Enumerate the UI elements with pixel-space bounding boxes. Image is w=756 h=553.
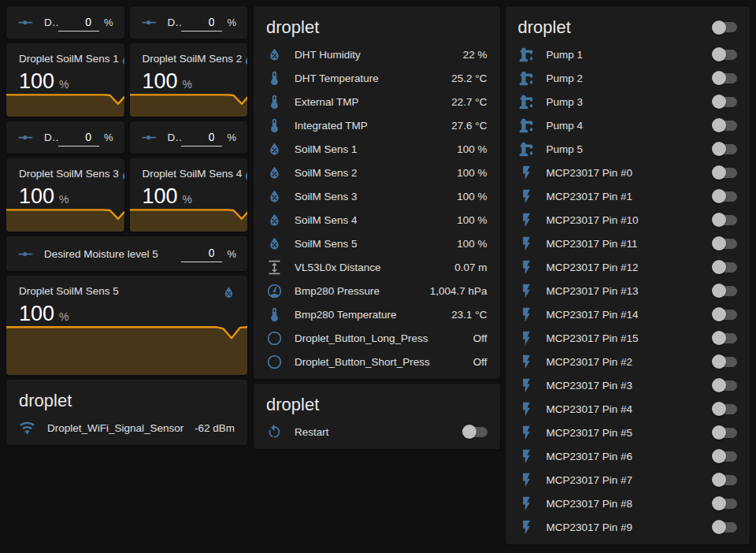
entity-row[interactable]: MCP23017 Pin #2	[506, 350, 750, 373]
entity-row[interactable]: VL53L0x Distance 0.07 m	[254, 255, 500, 279]
entity-toggle[interactable]	[713, 475, 737, 485]
toggle-knob	[712, 402, 726, 416]
entity-row[interactable]: Bmp280 Pressure 1,004.7 hPa	[254, 279, 500, 302]
sensor-card-soilm-4[interactable]: Droplet SoilM Sens 4 100%	[130, 158, 248, 232]
entity-row[interactable]: MCP23017 Pin #0	[506, 161, 750, 184]
entity-value: 22.7 °C	[451, 96, 487, 108]
entity-row[interactable]: SoilM Sens 3 100 %	[254, 184, 500, 208]
entity-toggle[interactable]	[713, 121, 737, 131]
sensor-row-2: Droplet SoilM Sens 3 100% Droplet SoilM …	[6, 158, 247, 232]
entity-toggle[interactable]	[713, 97, 737, 107]
entity-row[interactable]: MCP23017 Pin #1	[506, 184, 750, 208]
toggle-knob	[712, 520, 726, 534]
entity-toggle[interactable]	[713, 239, 737, 249]
input-unit: %	[227, 17, 236, 28]
desired-moisture-input-2[interactable]	[181, 14, 222, 32]
entity-row[interactable]: MCP23017 Pin #8	[506, 492, 750, 515]
sensor-card-soilm-5[interactable]: Droplet SoilM Sens 5 100%	[6, 276, 247, 375]
entity-row[interactable]: SoilM Sens 5 100 %	[254, 232, 500, 255]
entity-toggle[interactable]	[713, 499, 737, 509]
entity-toggle[interactable]	[713, 262, 737, 273]
entity-row[interactable]: MCP23017 Pin #14	[506, 302, 750, 326]
entity-toggle[interactable]	[713, 50, 737, 60]
entity-label: Pump 5	[547, 143, 705, 155]
entity-toggle[interactable]	[713, 451, 737, 462]
entity-row[interactable]: Droplet_Button_Long_Press Off	[254, 326, 500, 350]
header-toggle-all[interactable]	[713, 22, 737, 32]
entity-label: MCP23017 Pin #1	[547, 191, 705, 202]
entity-row[interactable]: MCP23017 Pin #7	[506, 468, 750, 492]
entity-row[interactable]: MCP23017 Pin #3	[506, 373, 750, 397]
entity-toggle[interactable]	[713, 215, 737, 225]
desired-moisture-input-1[interactable]	[58, 14, 99, 32]
entity-row[interactable]: MCP23017 Pin #9	[506, 515, 750, 539]
entity-value: Off	[473, 332, 487, 344]
entity-row[interactable]: SoilM Sens 4 100 %	[254, 208, 500, 232]
entity-toggle[interactable]	[713, 404, 737, 414]
entity-toggle[interactable]	[464, 427, 487, 437]
entity-row[interactable]: MCP23017 Pin #4	[506, 397, 750, 421]
flash-icon	[518, 330, 535, 347]
entity-row[interactable]: Pump 4	[506, 113, 750, 137]
desired-moisture-input-4[interactable]	[181, 129, 222, 147]
entity-row[interactable]: MCP23017 Pin #10	[506, 208, 750, 232]
sensor-card-soilm-1[interactable]: Droplet SoilM Sens 1 100%	[6, 43, 124, 117]
entity-toggle[interactable]	[713, 73, 737, 84]
entity-row[interactable]: Droplet_Button_Short_Press Off	[254, 350, 500, 373]
ray-vertex-icon	[17, 14, 34, 31]
entity-toggle[interactable]	[713, 144, 737, 154]
input-label: Desired ...	[168, 17, 182, 28]
entity-row[interactable]: Droplet_WiFi_Signal_Sensor -62 dBm	[6, 416, 247, 440]
sensor-value: 100	[19, 302, 54, 325]
entity-toggle[interactable]	[713, 357, 737, 367]
entity-toggle[interactable]	[713, 191, 737, 202]
entity-toggle[interactable]	[713, 286, 737, 296]
entity-row[interactable]: MCP23017 Pin #13	[506, 279, 750, 302]
sensor-unit: %	[183, 78, 192, 91]
entity-row[interactable]: SoilM Sens 1 100 %	[254, 137, 500, 161]
entity-row[interactable]: DHT Temperature 25.2 °C	[254, 66, 500, 90]
entity-toggle[interactable]	[713, 428, 737, 438]
entity-label: MCP23017 Pin #11	[547, 238, 705, 250]
entity-row[interactable]: DHT Humidity 22 %	[254, 43, 500, 66]
entity-label: MCP23017 Pin #10	[547, 214, 705, 226]
sensor-card-soilm-3[interactable]: Droplet SoilM Sens 3 100%	[6, 158, 124, 232]
entity-toggle[interactable]	[713, 168, 737, 178]
flash-icon	[518, 401, 535, 418]
toggle-knob	[712, 213, 726, 227]
input-unit: %	[104, 17, 113, 28]
gauge-icon	[266, 283, 283, 299]
entity-toggle[interactable]	[713, 333, 737, 343]
entity-row[interactable]: Restart	[254, 420, 500, 444]
entity-row[interactable]: Pump 1	[506, 43, 750, 66]
entity-row[interactable]: MCP23017 Pin #6	[506, 444, 750, 468]
input-number-card-5: Desired Moisture level 5 %	[6, 236, 247, 271]
desired-moisture-input-5[interactable]	[181, 245, 222, 262]
entity-row[interactable]: MCP23017 Pin #11	[506, 232, 750, 255]
entity-value: Off	[473, 356, 487, 368]
sensor-card-soilm-2[interactable]: Droplet SoilM Sens 2 100%	[130, 43, 248, 117]
entity-row[interactable]: Pump 5	[506, 137, 750, 161]
entity-row[interactable]: Pump 3	[506, 90, 750, 113]
entity-row[interactable]: MCP23017 Pin #15	[506, 326, 750, 350]
card-title: droplet	[254, 384, 500, 420]
entity-row[interactable]: Integrated TMP 27.6 °C	[254, 113, 500, 137]
entity-toggle[interactable]	[713, 380, 737, 391]
entity-row[interactable]: Bmp280 Temperature 23.1 °C	[254, 302, 500, 326]
toggle-knob	[712, 20, 726, 35]
entity-toggle[interactable]	[713, 310, 737, 320]
entity-row[interactable]: External TMP 22.7 °C	[254, 90, 500, 113]
entity-label: Integrated TMP	[295, 120, 443, 132]
sensor-unit: %	[59, 193, 69, 206]
entity-row[interactable]: Pump 2	[506, 66, 750, 90]
entity-row[interactable]: MCP23017 Pin #12	[506, 255, 750, 279]
ray-vertex-icon	[141, 14, 158, 31]
entity-row[interactable]: MCP23017 Pin #5	[506, 421, 750, 444]
history-sparkline	[130, 208, 248, 232]
entity-row[interactable]: SoilM Sens 2 100 %	[254, 161, 500, 184]
toggle-knob	[712, 307, 726, 321]
entity-toggle[interactable]	[713, 522, 737, 533]
desired-moisture-input-3[interactable]	[58, 129, 99, 147]
entity-label: VL53L0x Distance	[295, 262, 447, 273]
ray-vertex-icon	[17, 246, 34, 262]
